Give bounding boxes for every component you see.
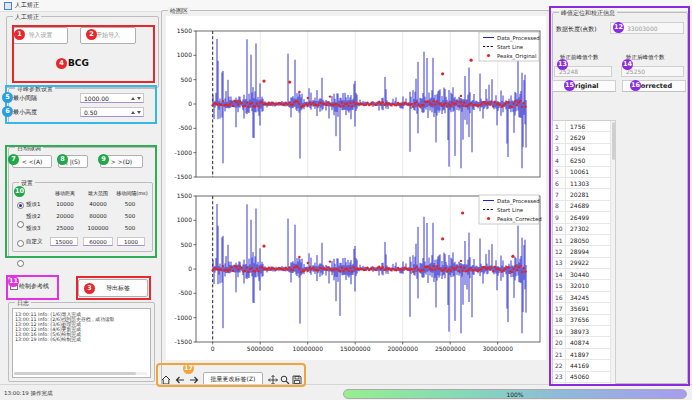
- preset1-label: 预设1: [26, 201, 41, 208]
- min-height-label: 最小高度: [13, 108, 37, 117]
- col-header-move-interval: 移动间隔(ms): [114, 190, 150, 196]
- svg-text:-1000: -1000: [175, 314, 193, 321]
- svg-text:0: 0: [188, 265, 192, 272]
- spin-down-icon[interactable]: [137, 111, 141, 114]
- col-header-max-range: 最大范围: [82, 190, 114, 196]
- table-row[interactable]: 11756: [553, 121, 615, 132]
- annotation-badge-3: 3: [84, 283, 95, 294]
- peak-info-title: 峰值定位和校正信息: [559, 9, 617, 16]
- original-column-header[interactable]: Original: [552, 80, 616, 92]
- manual-group-title: 人工矫正: [13, 13, 41, 20]
- custom-label: 自定义: [26, 238, 43, 245]
- svg-text:0: 0: [188, 100, 192, 107]
- min-interval-spinbox[interactable]: 1000.00: [80, 93, 144, 103]
- annotation-badge-17: 17: [183, 363, 194, 374]
- window-title: 人工矫正: [15, 1, 39, 10]
- preset1-range: 40000: [82, 201, 114, 207]
- log-list: 13:00:11 Info: (1/6)导入完成13:00:11 Info: (…: [12, 308, 151, 378]
- svg-text:1500: 1500: [177, 192, 192, 199]
- log-group-title: 日志: [15, 299, 31, 306]
- annotation-badge-4: 4: [56, 58, 67, 69]
- peak-params-title: 寻峰参数设置: [15, 85, 55, 92]
- annotation-badge-15: 15: [564, 80, 575, 91]
- preset2-range: 80000: [82, 213, 114, 219]
- annotation-badge-6: 6: [2, 106, 13, 117]
- svg-text:10000000: 10000000: [292, 345, 323, 352]
- table-row[interactable]: 611303: [553, 178, 615, 189]
- data-length-label: 数据长度(点数): [556, 25, 597, 34]
- annotation-badge-8: 8: [57, 154, 68, 165]
- table-row[interactable]: 1228994: [553, 246, 615, 257]
- svg-text:20000000: 20000000: [387, 345, 418, 352]
- spin-down-icon[interactable]: [137, 97, 141, 100]
- spin-up-icon[interactable]: [131, 111, 135, 114]
- min-height-value: 0.50: [84, 109, 131, 116]
- min-interval-label: 最小间隔: [13, 94, 37, 103]
- table-row[interactable]: 1837656: [553, 315, 615, 326]
- table-row[interactable]: 1128050: [553, 235, 615, 246]
- preset3-range: 100000: [82, 225, 114, 231]
- annotation-badge-1: 1: [14, 29, 25, 40]
- min-height-spinbox[interactable]: 0.50: [80, 107, 144, 117]
- table-row[interactable]: 510061: [553, 167, 615, 178]
- preset3-radio[interactable]: [17, 240, 24, 247]
- table-row[interactable]: 2040874: [553, 337, 615, 348]
- svg-text:25000000: 25000000: [435, 345, 466, 352]
- original-table-scrollbar[interactable]: [610, 121, 615, 400]
- annotation-badge-5: 5: [2, 92, 13, 103]
- svg-text:Data_Processed: Data_Processed: [497, 35, 540, 42]
- svg-text:-500: -500: [178, 289, 192, 296]
- preset2-radio[interactable]: [17, 221, 24, 228]
- preset3-distance: 25000: [50, 225, 80, 231]
- table-row[interactable]: 824689: [553, 201, 615, 212]
- svg-text:500: 500: [181, 76, 193, 83]
- annotation-badge-9: 9: [98, 154, 109, 165]
- svg-text:500: 500: [181, 241, 193, 248]
- table-row[interactable]: 1938973: [553, 326, 615, 337]
- settings-subgroup-title: 设置: [19, 179, 35, 186]
- custom-distance-input[interactable]: 15000: [50, 237, 78, 246]
- preset2-distance: 20000: [50, 213, 80, 219]
- preset2-label: 预设2: [26, 213, 41, 220]
- svg-text:-500: -500: [178, 124, 192, 131]
- manual-correction-window: { "window": { "title": "人工矫正" }, "left":…: [0, 0, 692, 400]
- svg-text:30000000: 30000000: [482, 345, 513, 352]
- svg-text:0: 0: [211, 345, 215, 352]
- table-row[interactable]: 34954: [553, 144, 615, 155]
- table-row[interactable]: 2141897: [553, 349, 615, 360]
- preset1-radio[interactable]: [17, 202, 24, 209]
- table-row[interactable]: 926499: [553, 212, 615, 223]
- annotation-badge-12: 12: [613, 22, 624, 33]
- table-row[interactable]: 1430440: [553, 269, 615, 280]
- table-row[interactable]: 1329922: [553, 258, 615, 269]
- table-row[interactable]: 1634245: [553, 292, 615, 303]
- log-hscrollbar[interactable]: [14, 372, 147, 375]
- table-row[interactable]: 1532010: [553, 280, 615, 291]
- table-row[interactable]: 1735691: [553, 303, 615, 314]
- svg-text:15000000: 15000000: [340, 345, 371, 352]
- table-row[interactable]: 720281: [553, 189, 615, 200]
- annotation-badge-16: 16: [630, 80, 641, 91]
- svg-text:Peaks_Original: Peaks_Original: [497, 53, 536, 60]
- custom-radio[interactable]: [17, 260, 24, 267]
- original-peaks-table[interactable]: 1175622629349544625051006161130372028182…: [552, 120, 616, 400]
- table-row[interactable]: 2345060: [553, 372, 615, 383]
- table-row[interactable]: 1027302: [553, 224, 615, 235]
- preset3-interval: 500: [114, 225, 146, 231]
- svg-text:-1000: -1000: [175, 149, 193, 156]
- app-icon: [4, 2, 12, 10]
- table-row[interactable]: 2244169: [553, 360, 615, 371]
- preset3-label: 预设3: [26, 225, 41, 232]
- log-entry: 13:00:19 Info: (6/6)绘制完成: [13, 337, 150, 342]
- col-header-move-distance: 移动距离: [50, 190, 80, 196]
- annotation-badge-2: 2: [86, 29, 97, 40]
- custom-interval-input[interactable]: 1000: [117, 237, 145, 246]
- custom-range-input[interactable]: 60000: [83, 237, 113, 246]
- table-row[interactable]: 22629: [553, 132, 615, 143]
- svg-text:Start Line: Start Line: [497, 207, 524, 213]
- annotation-badge-11: 11: [8, 276, 19, 287]
- table-row[interactable]: 46250: [553, 155, 615, 166]
- spin-up-icon[interactable]: [131, 97, 135, 100]
- svg-text:5000000: 5000000: [247, 345, 274, 352]
- figure-canvas[interactable]: 150010005000-500-1000-1500Data_Processed…: [166, 16, 546, 360]
